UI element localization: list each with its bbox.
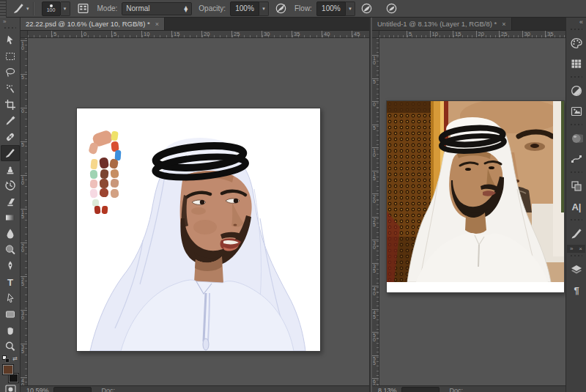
close-icon[interactable]: × — [155, 21, 159, 28]
panel-group-grip[interactable] — [570, 254, 582, 259]
marquee-tool-icon[interactable] — [1, 48, 20, 64]
vertical-ruler: 1 05051 01 52 02 53 03 54 04 5 — [21, 38, 28, 392]
adjustments-panel-icon[interactable] — [567, 81, 586, 101]
ruler-label: 5 — [21, 74, 27, 80]
tab-untitled-1[interactable]: Untitled-1 @ 8.13% (Layer 1, RGB/8) * × — [372, 18, 512, 30]
tab-22-22-psd[interactable]: 22.22.psd @ 10.6% (Layer 10, RGB/8) * × — [21, 18, 165, 30]
history-brush-tool-icon[interactable] — [1, 177, 20, 193]
dodge-tool-icon[interactable] — [1, 242, 20, 258]
canvas-artwork[interactable] — [76, 108, 321, 352]
brush-presets-panel-icon[interactable] — [567, 223, 586, 244]
chevron-down-icon[interactable]: ▾ — [61, 1, 70, 16]
horizontal-ruler: 5051015202530354045 — [28, 31, 369, 38]
foreground-color-swatch[interactable] — [2, 364, 14, 375]
mode-select[interactable]: Normal ▴▾ — [122, 2, 192, 15]
eraser-tool-icon[interactable] — [1, 193, 20, 210]
status-bar-left: 10.59% Doc: — [21, 385, 369, 392]
ruler-label: 35 — [292, 31, 300, 37]
tools-panel-expand[interactable]: » — [0, 18, 20, 26]
reference-photo-canvas[interactable] — [386, 100, 565, 293]
ruler-label: 2 0 — [372, 193, 379, 204]
options-bar-grip[interactable] — [0, 0, 7, 18]
clone-stamp-tool-icon[interactable] — [1, 161, 20, 177]
palette-swatch — [111, 189, 119, 199]
shape-tool-icon[interactable] — [1, 306, 20, 322]
ruler-label: 5 — [51, 31, 56, 37]
ruler-label: 5 — [111, 31, 116, 37]
panel-group-grip[interactable] — [570, 122, 582, 127]
mode-label: Mode: — [97, 4, 118, 12]
tab-bar-left: 22.22.psd @ 10.6% (Layer 10, RGB/8) * × — [21, 18, 369, 31]
mode-value: Normal — [126, 4, 149, 12]
opacity-input[interactable]: 100% — [230, 1, 259, 16]
palette-swatch — [102, 206, 108, 215]
collapse-panels-icon[interactable]: « — [566, 18, 586, 26]
healing-brush-tool-icon[interactable] — [1, 129, 20, 145]
panel-group-grip[interactable] — [570, 75, 582, 80]
brush-tool-icon[interactable] — [1, 145, 20, 161]
palette-swatch — [92, 199, 100, 207]
flow-label: Flow: — [294, 4, 312, 12]
color-panel-icon[interactable] — [567, 33, 586, 53]
blur-tool-icon[interactable] — [1, 226, 20, 242]
styles-panel-icon[interactable] — [567, 101, 586, 122]
brush-preset-picker[interactable]: 100 ▾ — [42, 1, 70, 16]
type-tool-icon[interactable]: T — [1, 274, 20, 290]
panel-group-grip[interactable] — [570, 170, 582, 175]
character-panel-icon[interactable]: A| — [567, 196, 586, 217]
clone-source-panel-icon[interactable] — [567, 176, 586, 196]
palette-swatch — [94, 206, 101, 215]
tool-preset-picker[interactable]: ▾ — [11, 2, 29, 15]
default-colors-icon[interactable] — [2, 355, 10, 363]
vertical-ruler: 1 05051 01 52 02 53 03 54 04 55 05 56 0 — [372, 38, 379, 392]
3d-panel-icon[interactable] — [567, 128, 586, 149]
crop-tool-icon[interactable] — [1, 97, 20, 113]
move-tool-icon[interactable] — [1, 32, 20, 48]
panel-group-grip[interactable] — [570, 27, 582, 32]
paragraph-panel-icon[interactable]: ¶ — [567, 280, 586, 300]
path-select-tool-icon[interactable] — [1, 290, 20, 306]
brush-tool-icon — [11, 2, 26, 15]
zoom-tool-icon[interactable] — [1, 339, 20, 355]
ruler-label: 5 — [372, 125, 379, 130]
flow-input[interactable]: 100% — [316, 1, 346, 16]
photoshop-window: ▾ 100 ▾ Mode: Normal ▴▾ Opacity: 100% ▾ … — [0, 0, 586, 392]
ruler-label: 0 — [21, 108, 27, 114]
ruler-label: 3 5 — [21, 344, 27, 354]
ruler-label: 5 — [407, 31, 412, 37]
ruler-label: 1 0 — [21, 40, 27, 51]
ruler-label: 20 — [201, 31, 209, 37]
ruler-label: 0 — [372, 101, 379, 107]
tab-title: Untitled-1 @ 8.13% (Layer 1, RGB/8) * — [377, 20, 497, 28]
options-bar: ▾ 100 ▾ Mode: Normal ▴▾ Opacity: 100% ▾ … — [0, 0, 586, 18]
tablet-pressure-size-icon[interactable] — [385, 2, 399, 15]
ruler-label: 45 — [352, 31, 360, 37]
zoom-level-field[interactable]: 10.59% — [21, 386, 53, 392]
eyedropper-tool-icon[interactable] — [1, 113, 20, 129]
gradient-tool-icon[interactable] — [1, 210, 20, 226]
chevron-down-icon[interactable]: ▾ — [346, 1, 355, 16]
close-icon[interactable]: × — [579, 245, 582, 253]
zoom-level-field[interactable]: 8.13% — [372, 386, 401, 392]
airbrush-icon[interactable] — [360, 2, 374, 15]
toggle-brush-panel-icon[interactable] — [76, 2, 91, 15]
chevron-down-icon[interactable]: ▾ — [259, 1, 269, 16]
layers-panel-icon[interactable] — [567, 259, 586, 280]
tablet-pressure-opacity-icon[interactable] — [273, 2, 288, 15]
lasso-tool-icon[interactable] — [1, 64, 20, 81]
quick-mask-button[interactable] — [1, 383, 20, 392]
tools-panel-grip[interactable] — [4, 26, 16, 31]
swap-colors-icon[interactable]: ⇄ — [12, 356, 18, 362]
panel-group-grip[interactable] — [570, 218, 582, 223]
close-icon[interactable]: × — [502, 21, 505, 28]
expand-icon[interactable]: » — [570, 245, 573, 253]
status-well — [401, 387, 440, 392]
swatches-panel-icon[interactable] — [567, 53, 586, 74]
paths-panel-icon[interactable] — [567, 149, 586, 169]
magic-wand-tool-icon[interactable] — [1, 81, 20, 97]
hand-tool-icon[interactable] — [1, 322, 20, 339]
ruler-label: 2 5 — [21, 276, 27, 286]
pen-tool-icon[interactable] — [1, 258, 20, 274]
reference-photo — [387, 101, 564, 292]
panel-mini-bar: » × — [567, 245, 585, 253]
